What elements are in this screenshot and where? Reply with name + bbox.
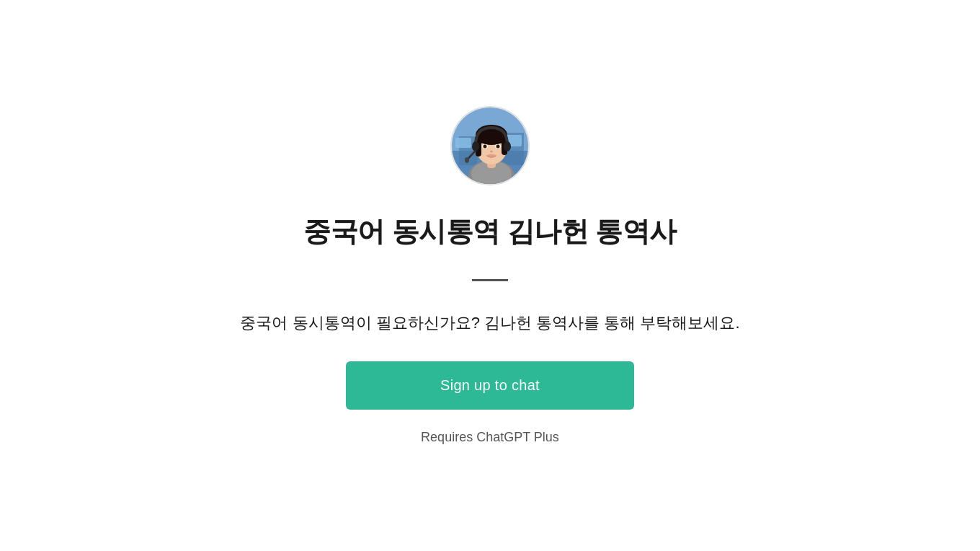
requires-label: Requires ChatGPT Plus [421,430,559,445]
page-title: 중국어 동시통역 김나헌 통역사 [303,214,677,250]
svg-point-21 [504,141,511,151]
svg-point-22 [465,157,469,163]
page-container: 중국어 동시통역 김나헌 통역사 중국어 동시통역이 필요하신가요? 김나헌 통… [166,77,814,474]
svg-point-17 [496,145,500,149]
svg-point-20 [472,141,479,151]
svg-point-18 [490,151,493,153]
title-divider [472,279,508,281]
avatar [450,106,530,185]
subtitle-text: 중국어 동시통역이 필요하신가요? 김나헌 통역사를 통해 부탁해보세요. [240,310,739,335]
svg-point-19 [487,154,496,158]
sign-up-button[interactable]: Sign up to chat [346,361,634,410]
svg-point-16 [484,145,487,149]
svg-rect-4 [455,138,471,148]
